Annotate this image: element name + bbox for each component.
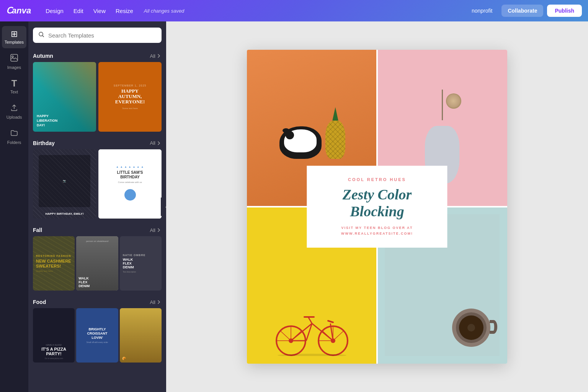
food-all[interactable]: All xyxy=(150,299,162,305)
nav-resize[interactable]: Resize xyxy=(112,5,137,16)
autumn-header: Autumn All xyxy=(33,49,162,62)
template-item-food3[interactable]: 🥐 xyxy=(120,308,162,363)
fall-header: Fall All xyxy=(33,223,162,236)
canvas-area: COOL RETRO HUES Zesty ColorBlocking VISI… xyxy=(166,21,588,392)
template-item-fall1[interactable]: RESTORING FASHION NEW CASHMERESWEATERS! … xyxy=(33,236,75,291)
svg-line-22 xyxy=(333,330,344,341)
canvas-body-text: VISIT MY TEEN BLOG OVER ATWWW.REALLYGREA… xyxy=(317,225,437,236)
templates-panel: Autumn All HAPPYLIBERATIONDAY! SEPTEMBER… xyxy=(28,21,166,392)
sidebar-item-images[interactable]: Images xyxy=(2,50,26,74)
search-bar xyxy=(33,28,162,43)
sidebar-label-uploads: Uploads xyxy=(7,115,22,119)
search-bar-wrap xyxy=(28,21,166,47)
template-item-food2[interactable]: BRIGHTLYCROISSANTLOVIN' Small off with e… xyxy=(76,308,118,363)
fall-title: Fall xyxy=(33,227,42,233)
search-input[interactable] xyxy=(48,32,156,39)
autumn-grid: HAPPYLIBERATIONDAY! SEPTEMBER 1, 2025 HA… xyxy=(33,62,162,132)
sidebar-label-text: Text xyxy=(10,90,18,94)
canva-logo[interactable]: 𝖢anva xyxy=(6,6,31,16)
sidebar-item-text[interactable]: T Text xyxy=(2,75,26,98)
category-birthday: Birthday All 📷 HAPPY BIRTHDAY, EMILY! xyxy=(28,135,166,222)
fall-grid: RESTORING FASHION NEW CASHMERESWEATERS! … xyxy=(33,236,162,291)
svg-point-23 xyxy=(278,354,346,356)
svg-rect-0 xyxy=(11,54,18,61)
category-autumn: Autumn All HAPPYLIBERATIONDAY! SEPTEMBER… xyxy=(28,47,166,135)
top-nav: 𝖢anva Design Edit View Resize All change… xyxy=(0,0,588,21)
sidebar-item-folders[interactable]: Folders xyxy=(2,125,26,149)
nav-menu: Design Edit View Resize All changes save… xyxy=(42,5,459,16)
template-item-autumn2[interactable]: SEPTEMBER 1, 2025 HAPPYAUTUMN,EVERYONE! … xyxy=(98,62,162,132)
food-header: Food All xyxy=(33,295,162,308)
canvas-center-text: COOL RETRO HUES Zesty ColorBlocking VISI… xyxy=(307,166,447,248)
food-title: Food xyxy=(33,299,46,305)
template-item-autumn1[interactable]: HAPPYLIBERATIONDAY! xyxy=(33,62,96,132)
food-grid: HAVE A SLICE! IT'S A PIZZAPARTY! Go to w… xyxy=(33,308,162,363)
folders-icon xyxy=(10,129,18,139)
fall-all[interactable]: All xyxy=(150,227,162,233)
svg-line-18 xyxy=(291,330,302,341)
images-icon xyxy=(10,54,18,64)
svg-point-1 xyxy=(12,56,13,57)
template-item-food1[interactable]: HAVE A SLICE! IT'S A PIZZAPARTY! Go to w… xyxy=(33,308,75,363)
template-item-birthday1[interactable]: 📷 HAPPY BIRTHDAY, EMILY! xyxy=(33,149,96,219)
nav-right: nonprofit Collaborate Publish xyxy=(466,5,582,17)
search-icon xyxy=(38,31,44,39)
bicycle-illustration xyxy=(270,306,354,356)
sidebar-label-templates: Templates xyxy=(5,40,24,44)
nav-edit[interactable]: Edit xyxy=(70,5,87,16)
svg-line-11 xyxy=(308,317,312,323)
save-status: All changes saved xyxy=(144,8,185,14)
sidebar-label-images: Images xyxy=(7,65,21,70)
canvas-design: COOL RETRO HUES Zesty ColorBlocking VISI… xyxy=(247,50,507,364)
autumn-title: Autumn xyxy=(33,53,53,59)
sidebar-item-templates[interactable]: ⊞ Templates xyxy=(2,26,26,48)
category-food: Food All HAVE A SLICE! IT'S A PIZZAPARTY… xyxy=(28,294,166,366)
canvas-title: Zesty ColorBlocking xyxy=(317,186,437,220)
template-item-fall3[interactable]: NATIE OMBRE WALKFLEXDENIM Text descripti… xyxy=(120,236,162,291)
panel-collapse-button[interactable]: ‹ xyxy=(161,198,166,216)
nav-design[interactable]: Design xyxy=(42,5,67,16)
icon-sidebar: ⊞ Templates Images T Text Uploads Folder… xyxy=(0,21,28,392)
nonprofit-button[interactable]: nonprofit xyxy=(466,5,498,17)
sidebar-item-uploads[interactable]: Uploads xyxy=(2,100,26,123)
canvas-subtitle: COOL RETRO HUES xyxy=(317,177,437,182)
text-icon: T xyxy=(11,79,17,88)
svg-line-14 xyxy=(328,321,333,322)
birthday-title: Birthday xyxy=(33,140,55,146)
uploads-icon xyxy=(10,103,18,113)
birthday-all[interactable]: All xyxy=(150,140,162,146)
templates-icon: ⊞ xyxy=(11,30,18,38)
publish-button[interactable]: Publish xyxy=(547,5,582,17)
app-body: ⊞ Templates Images T Text Uploads Folder… xyxy=(0,21,588,392)
category-fall: Fall All RESTORING FASHION NEW CASHMERES… xyxy=(28,222,166,294)
template-item-birthday2[interactable]: ▲ ▲ ▲ ▲ ▲ ▲ ▲ LITTLE SAM'SBIRTHDAY Come … xyxy=(98,149,162,219)
collaborate-button[interactable]: Collaborate xyxy=(501,5,543,17)
template-item-fall2[interactable]: person on skateboard WALKFLEXDENIM xyxy=(76,236,118,291)
svg-line-17 xyxy=(280,330,291,341)
birthday-header: Birthday All xyxy=(33,136,162,149)
nav-view[interactable]: View xyxy=(90,5,109,16)
birthday-grid: 📷 HAPPY BIRTHDAY, EMILY! ▲ ▲ ▲ ▲ ▲ ▲ ▲ L… xyxy=(33,149,162,219)
autumn-all[interactable]: All xyxy=(150,53,162,59)
sidebar-label-folders: Folders xyxy=(7,140,21,145)
